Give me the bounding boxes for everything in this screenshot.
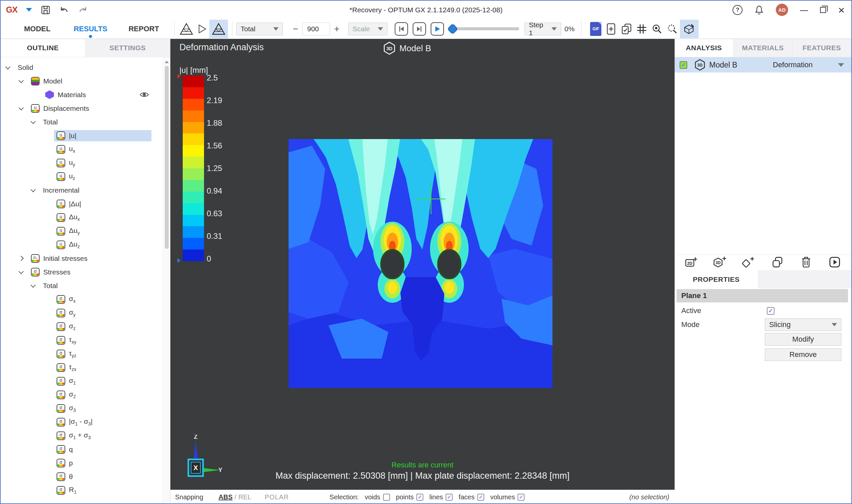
mesh-view-icon[interactable] bbox=[179, 21, 194, 37]
tree-item[interactable]: τyz bbox=[1, 347, 163, 361]
tree-item[interactable]: Solid bbox=[1, 60, 163, 74]
tree-item[interactable]: θ bbox=[1, 470, 163, 483]
tree-expander-icon[interactable] bbox=[19, 78, 24, 83]
selection-checkbox[interactable] bbox=[446, 494, 452, 501]
tree-item[interactable]: R1 bbox=[1, 483, 163, 497]
step-slider[interactable] bbox=[449, 27, 519, 30]
scale-increase-button[interactable]: + bbox=[330, 24, 343, 34]
panel-tab[interactable]: FEATURES bbox=[793, 39, 851, 57]
tree-item[interactable]: σy bbox=[1, 306, 163, 320]
delete-icon[interactable] bbox=[799, 255, 813, 269]
skip-to-start-button[interactable] bbox=[395, 22, 408, 36]
wireframe-view-icon[interactable] bbox=[194, 21, 209, 37]
eye-icon[interactable] bbox=[140, 91, 149, 98]
tree-item[interactable]: Stresses bbox=[1, 265, 163, 279]
rel-toggle[interactable]: REL bbox=[238, 493, 251, 501]
selection-filter[interactable]: voids bbox=[365, 493, 390, 501]
selection-filter[interactable]: lines bbox=[429, 493, 452, 501]
tree-item[interactable]: uz bbox=[1, 170, 163, 183]
polar-toggle[interactable]: POLAR bbox=[265, 493, 289, 501]
scroll-up-icon[interactable] bbox=[165, 60, 169, 63]
tree-item[interactable]: |Δu| bbox=[1, 197, 163, 211]
tree-expander-icon[interactable] bbox=[31, 187, 36, 192]
scale-decrease-button[interactable]: − bbox=[289, 24, 302, 34]
legend-max-marker[interactable] bbox=[177, 74, 181, 78]
notifications-icon[interactable] bbox=[755, 5, 764, 15]
contour-plot[interactable] bbox=[288, 139, 552, 388]
close-button[interactable]: × bbox=[838, 5, 845, 15]
active-checkbox[interactable] bbox=[767, 307, 775, 315]
tree-item[interactable]: Initial stresses bbox=[1, 252, 163, 265]
panel-tab[interactable]: ANALYSIS bbox=[675, 39, 733, 57]
result-type-dropdown[interactable]: Total bbox=[236, 23, 283, 35]
tree-item[interactable]: ux bbox=[1, 142, 163, 156]
tree-expander-icon[interactable] bbox=[19, 256, 24, 261]
panel-tab[interactable]: SETTINGS bbox=[86, 39, 171, 57]
tree-item[interactable]: σ1 + σ3 bbox=[1, 429, 163, 443]
tree-item[interactable]: Incremental bbox=[1, 183, 163, 197]
abs-toggle[interactable]: ABS bbox=[219, 493, 233, 501]
app-menu-arrow-icon[interactable] bbox=[26, 8, 32, 12]
tree-item[interactable]: σz bbox=[1, 320, 163, 333]
zoom-settings-icon[interactable] bbox=[649, 21, 664, 37]
panel-tab[interactable]: MATERIALS bbox=[733, 39, 793, 57]
minimize-button[interactable] bbox=[800, 10, 808, 11]
ribbon-tab[interactable]: RESULTS bbox=[64, 22, 117, 36]
edit-3d-view-icon[interactable] bbox=[680, 20, 698, 38]
grid-icon[interactable] bbox=[634, 21, 649, 37]
tree-item[interactable]: q bbox=[1, 443, 163, 456]
deformation-scale-input[interactable]: 900 bbox=[302, 23, 330, 35]
selection-filter[interactable]: points bbox=[396, 493, 423, 501]
tree-item[interactable]: σ1 bbox=[1, 374, 163, 388]
scrollbar-thumb[interactable] bbox=[165, 66, 169, 249]
selection-filter[interactable]: faces bbox=[459, 493, 484, 501]
undo-icon[interactable] bbox=[59, 5, 69, 15]
tree-item[interactable]: |σ1 - σ3| bbox=[1, 415, 163, 429]
saved-views-icon[interactable] bbox=[619, 21, 634, 37]
ribbon-tab[interactable]: MODEL bbox=[11, 22, 64, 36]
tree-expander-icon[interactable] bbox=[19, 105, 24, 110]
tab-properties[interactable]: PROPERTIES bbox=[675, 270, 758, 288]
play-button[interactable] bbox=[431, 22, 444, 36]
results-viewport[interactable]: Deformation Analysis 3D Model B |u| [mm]… bbox=[171, 39, 675, 490]
selection-checkbox[interactable] bbox=[383, 494, 390, 501]
tree-item[interactable]: σx bbox=[1, 292, 163, 306]
tree-expander-icon[interactable] bbox=[31, 119, 36, 124]
add-3d-model-icon[interactable]: 3D bbox=[713, 255, 727, 269]
ribbon-tab[interactable]: REPORT bbox=[117, 22, 171, 36]
tree-expander-icon[interactable] bbox=[5, 64, 11, 70]
tree-item[interactable]: Total bbox=[1, 279, 163, 292]
help-icon[interactable]: ? bbox=[732, 5, 743, 15]
selection-checkbox[interactable] bbox=[477, 494, 484, 501]
skip-to-end-button[interactable] bbox=[413, 22, 426, 36]
mode-dropdown[interactable]: Slicing bbox=[765, 318, 841, 331]
tree-item[interactable]: uy bbox=[1, 156, 163, 170]
tree-item[interactable]: σ2 bbox=[1, 388, 163, 401]
chevron-down-icon[interactable] bbox=[838, 63, 844, 67]
save-icon[interactable] bbox=[41, 5, 51, 15]
zoom-selection-icon[interactable] bbox=[664, 21, 680, 37]
restore-button[interactable] bbox=[820, 7, 826, 13]
remove-button[interactable]: Remove bbox=[765, 348, 841, 361]
tree-item[interactable]: Displacements bbox=[1, 102, 163, 115]
tree-item[interactable]: Model bbox=[1, 74, 163, 88]
tree-item[interactable]: Δux bbox=[1, 211, 163, 224]
avatar[interactable]: AD bbox=[776, 4, 788, 16]
tree-scrollbar[interactable] bbox=[163, 57, 170, 503]
slider-thumb[interactable] bbox=[447, 23, 458, 35]
selection-filter[interactable]: volumes bbox=[490, 493, 525, 501]
tree-item[interactable]: Total bbox=[1, 115, 163, 129]
analysis-model-row[interactable]: 3D Model B Deformation bbox=[675, 57, 851, 73]
tree-expander-icon[interactable] bbox=[19, 269, 24, 274]
tree-item[interactable]: Δuy bbox=[1, 224, 163, 238]
add-page-icon[interactable] bbox=[603, 21, 619, 37]
tree-item[interactable]: |u| bbox=[1, 129, 163, 142]
step-dropdown[interactable]: Step 1 bbox=[525, 23, 561, 35]
tree-item[interactable]: p bbox=[1, 456, 163, 470]
tree-item[interactable]: τxy bbox=[1, 333, 163, 347]
add-2d-model-icon[interactable]: 2D bbox=[684, 255, 698, 269]
scale-dropdown[interactable]: Scale bbox=[348, 23, 387, 35]
selection-checkbox[interactable] bbox=[416, 494, 423, 501]
tree-item[interactable]: τzx bbox=[1, 361, 163, 374]
tree-expander-icon[interactable] bbox=[31, 283, 36, 288]
